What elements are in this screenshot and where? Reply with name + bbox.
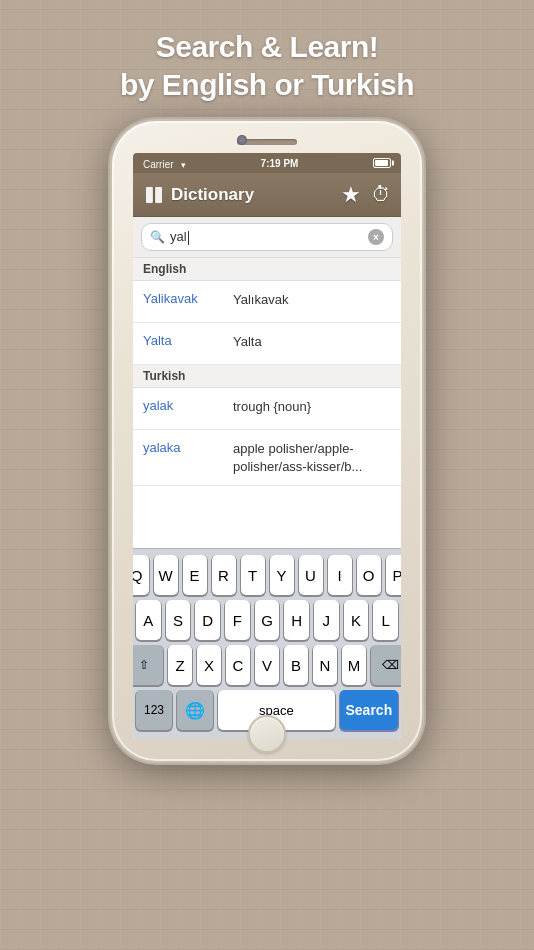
result-definition: Yalta	[233, 333, 391, 351]
svg-rect-2	[153, 187, 156, 203]
key-l[interactable]: L	[373, 600, 398, 640]
result-word: yalak	[143, 398, 233, 413]
result-word: Yalikavak	[143, 291, 233, 306]
section-header-turkish: Turkish	[133, 365, 401, 388]
nav-bar: Dictionary ★ ⏱	[133, 173, 401, 217]
key-d[interactable]: D	[195, 600, 220, 640]
keyboard-row-2: A S D F G H J K L	[136, 600, 398, 640]
phone-camera	[237, 135, 247, 145]
battery-fill	[375, 160, 388, 166]
nav-title: Dictionary	[171, 185, 341, 205]
key-u[interactable]: U	[299, 555, 323, 595]
svg-rect-1	[155, 187, 162, 203]
app-headline: Search & Learn! by English or Turkish	[100, 0, 434, 121]
key-b[interactable]: B	[284, 645, 308, 685]
key-y[interactable]: Y	[270, 555, 294, 595]
book-icon	[143, 184, 165, 206]
time-label: 7:19 PM	[261, 158, 299, 169]
section-label-turkish: Turkish	[143, 369, 185, 383]
search-icon: 🔍	[150, 230, 165, 244]
history-button[interactable]: ⏱	[371, 183, 391, 206]
headline-line2: by English or Turkish	[120, 68, 414, 101]
delete-key[interactable]: ⌫	[371, 645, 401, 685]
search-button[interactable]: Search	[340, 690, 398, 730]
carrier-label: Carrier	[143, 159, 174, 170]
text-cursor	[188, 231, 189, 245]
result-definition: Yalıkavak	[233, 291, 391, 309]
search-bar[interactable]: 🔍 yal ×	[141, 223, 393, 251]
shift-key[interactable]: ⇧	[133, 645, 163, 685]
favorites-button[interactable]: ★	[341, 182, 361, 208]
wifi-icon: ▾	[181, 160, 186, 170]
key-q[interactable]: Q	[133, 555, 149, 595]
battery-indicator	[373, 158, 391, 168]
numbers-key[interactable]: 123	[136, 690, 172, 730]
key-w[interactable]: W	[154, 555, 178, 595]
key-x[interactable]: X	[197, 645, 221, 685]
search-input-value: yal	[170, 229, 368, 245]
headline-line1: Search & Learn!	[156, 30, 379, 63]
key-v[interactable]: V	[255, 645, 279, 685]
home-button[interactable]	[248, 715, 286, 753]
section-header-english: English	[133, 258, 401, 281]
key-h[interactable]: H	[284, 600, 309, 640]
key-k[interactable]: K	[344, 600, 369, 640]
phone-screen: Carrier ▾ 7:19 PM Dictionary ★ ⏱	[133, 153, 401, 739]
key-n[interactable]: N	[313, 645, 337, 685]
globe-key[interactable]: 🌐	[177, 690, 213, 730]
key-g[interactable]: G	[255, 600, 280, 640]
key-t[interactable]: T	[241, 555, 265, 595]
key-i[interactable]: I	[328, 555, 352, 595]
key-s[interactable]: S	[166, 600, 191, 640]
keyboard-row-3: ⇧ Z X C V B N M ⌫	[136, 645, 398, 685]
battery-icon	[373, 158, 391, 168]
phone-shell: Carrier ▾ 7:19 PM Dictionary ★ ⏱	[112, 121, 422, 761]
key-f[interactable]: F	[225, 600, 250, 640]
result-definition: trough {noun}	[233, 398, 391, 416]
keyboard: Q W E R T Y U I O P A S D F G H J K	[133, 548, 401, 739]
key-p[interactable]: P	[386, 555, 402, 595]
keyboard-row-1: Q W E R T Y U I O P	[136, 555, 398, 595]
table-row[interactable]: Yalikavak Yalıkavak	[133, 281, 401, 323]
key-r[interactable]: R	[212, 555, 236, 595]
search-bar-container: 🔍 yal ×	[133, 217, 401, 258]
key-j[interactable]: J	[314, 600, 339, 640]
status-bar: Carrier ▾ 7:19 PM	[133, 153, 401, 173]
result-word: Yalta	[143, 333, 233, 348]
clear-button[interactable]: ×	[368, 229, 384, 245]
results-list: English Yalikavak Yalıkavak Yalta Yalta …	[133, 258, 401, 548]
key-m[interactable]: M	[342, 645, 366, 685]
key-z[interactable]: Z	[168, 645, 192, 685]
key-e[interactable]: E	[183, 555, 207, 595]
section-label-english: English	[143, 262, 186, 276]
key-c[interactable]: C	[226, 645, 250, 685]
table-row[interactable]: yalak trough {noun}	[133, 388, 401, 430]
key-a[interactable]: A	[136, 600, 161, 640]
table-row[interactable]: Yalta Yalta	[133, 323, 401, 365]
table-row[interactable]: yalaka apple polisher/apple-polisher/ass…	[133, 430, 401, 486]
svg-rect-0	[146, 187, 153, 203]
key-o[interactable]: O	[357, 555, 381, 595]
search-text: yal	[170, 229, 187, 244]
result-definition: apple polisher/apple-polisher/ass-kisser…	[233, 440, 391, 475]
result-word: yalaka	[143, 440, 233, 455]
